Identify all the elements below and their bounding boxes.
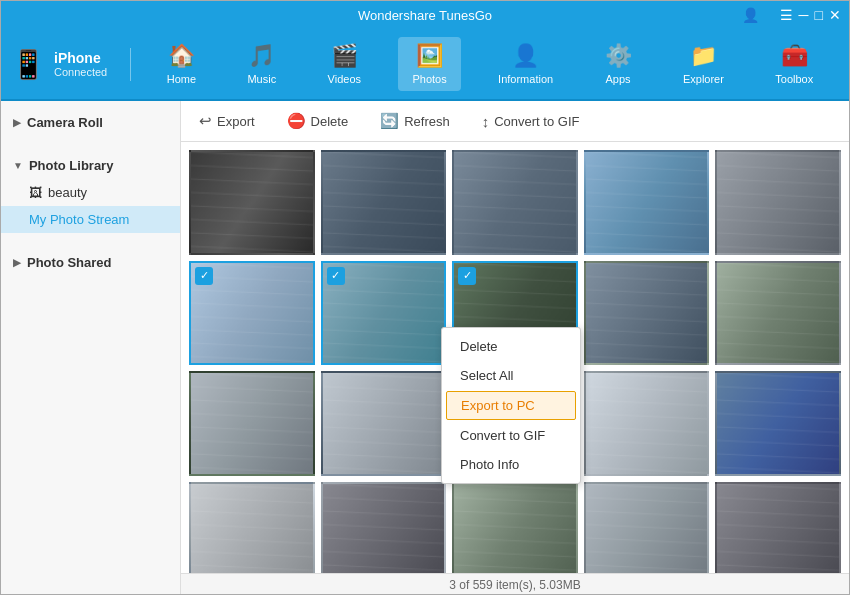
photo-thumb-5[interactable] bbox=[715, 150, 841, 255]
photo-canvas-14 bbox=[586, 373, 708, 474]
photo-thumb-20[interactable] bbox=[715, 482, 841, 573]
nav-item-home[interactable]: 🏠 Home bbox=[153, 37, 210, 91]
photo-thumb-11[interactable] bbox=[189, 371, 315, 476]
photo-canvas-20 bbox=[717, 484, 839, 573]
device-name: iPhone bbox=[54, 50, 107, 66]
photo-thumb-12[interactable] bbox=[321, 371, 447, 476]
photo-canvas-16 bbox=[191, 484, 313, 573]
delete-icon: ⛔ bbox=[287, 112, 306, 130]
photo-shared-label: Photo Shared bbox=[27, 255, 112, 270]
photo-thumb-16[interactable] bbox=[189, 482, 315, 573]
photo-shared-arrow: ▶ bbox=[13, 257, 21, 268]
nav-label-information: Information bbox=[498, 73, 553, 85]
export-label: Export bbox=[217, 114, 255, 129]
photo-canvas-18 bbox=[454, 484, 576, 573]
nav-item-toolbox[interactable]: 🧰 Toolbox bbox=[761, 37, 827, 91]
photo-canvas-17 bbox=[323, 484, 445, 573]
sidebar-item-camera-roll[interactable]: ▶ Camera Roll bbox=[1, 109, 180, 136]
refresh-label: Refresh bbox=[404, 114, 450, 129]
photo-thumb-3[interactable] bbox=[452, 150, 578, 255]
ctx-photo-info[interactable]: Photo Info bbox=[442, 450, 580, 479]
sidebar-item-my-photo-stream[interactable]: My Photo Stream bbox=[1, 206, 180, 233]
photo-thumb-19[interactable] bbox=[584, 482, 710, 573]
photo-thumb-2[interactable] bbox=[321, 150, 447, 255]
photos-icon: 🖼️ bbox=[416, 43, 443, 69]
photo-canvas-11 bbox=[191, 373, 313, 474]
nav-label-home: Home bbox=[167, 73, 196, 85]
ctx-convert-to-gif[interactable]: Convert to GIF bbox=[442, 421, 580, 450]
nav-label-explorer: Explorer bbox=[683, 73, 724, 85]
convert-gif-label: Convert to GIF bbox=[494, 114, 579, 129]
sidebar-item-photo-shared[interactable]: ▶ Photo Shared bbox=[1, 249, 180, 276]
nav-item-videos[interactable]: 🎬 Videos bbox=[314, 37, 375, 91]
photo-thumb-18[interactable] bbox=[452, 482, 578, 573]
check-mark-6: ✓ bbox=[195, 267, 213, 285]
videos-icon: 🎬 bbox=[331, 43, 358, 69]
maximize-button[interactable]: □ bbox=[815, 7, 823, 23]
music-icon: 🎵 bbox=[248, 43, 275, 69]
photo-library-label: Photo Library bbox=[29, 158, 114, 173]
beauty-label: beauty bbox=[48, 185, 87, 200]
nav-label-photos: Photos bbox=[412, 73, 446, 85]
convert-gif-button[interactable]: ↕ Convert to GIF bbox=[476, 110, 586, 133]
minimize-button[interactable]: ─ bbox=[799, 7, 809, 23]
photo-thumb-14[interactable] bbox=[584, 371, 710, 476]
photo-canvas-3 bbox=[454, 152, 576, 253]
camera-roll-arrow: ▶ bbox=[13, 117, 21, 128]
delete-button[interactable]: ⛔ Delete bbox=[281, 109, 355, 133]
apps-icon: ⚙️ bbox=[605, 43, 632, 69]
my-photo-stream-label: My Photo Stream bbox=[29, 212, 129, 227]
menu-icon[interactable]: ☰ bbox=[780, 7, 793, 23]
user-icon[interactable]: 👤 bbox=[742, 7, 759, 23]
ctx-select-all[interactable]: Select All bbox=[442, 361, 580, 390]
context-menu: Delete Select All Export to PC Convert t… bbox=[441, 327, 581, 484]
content-area: ▶ Camera Roll ▼ Photo Library 🖼 beauty M… bbox=[1, 101, 849, 595]
delete-label: Delete bbox=[311, 114, 349, 129]
app-title: Wondershare TunesGo bbox=[358, 8, 492, 23]
sidebar-section-photo-library: ▼ Photo Library 🖼 beauty My Photo Stream bbox=[1, 144, 180, 241]
nav-label-videos: Videos bbox=[328, 73, 361, 85]
nav-label-apps: Apps bbox=[605, 73, 630, 85]
photos-area: ✓✓✓ Delete Select All Export to PC Conve… bbox=[181, 142, 849, 573]
photo-thumb-10[interactable] bbox=[715, 261, 841, 366]
photo-canvas-2 bbox=[323, 152, 445, 253]
photo-thumb-6[interactable]: ✓ bbox=[189, 261, 315, 366]
nav-label-toolbox: Toolbox bbox=[775, 73, 813, 85]
beauty-icon: 🖼 bbox=[29, 185, 42, 200]
main-panel: ↩ Export ⛔ Delete 🔄 Refresh ↕ Convert to… bbox=[181, 101, 849, 595]
photo-canvas-15 bbox=[717, 373, 839, 474]
photo-canvas-10 bbox=[717, 263, 839, 364]
photo-thumb-7[interactable]: ✓ bbox=[321, 261, 447, 366]
nav-item-information[interactable]: 👤 Information bbox=[484, 37, 567, 91]
photo-canvas-12 bbox=[323, 373, 445, 474]
nav-item-explorer[interactable]: 📁 Explorer bbox=[669, 37, 738, 91]
nav-item-music[interactable]: 🎵 Music bbox=[233, 37, 290, 91]
title-bar: Wondershare TunesGo 👤 ☰ ─ □ ✕ bbox=[1, 1, 849, 29]
information-icon: 👤 bbox=[512, 43, 539, 69]
window-controls: ☰ ─ □ ✕ bbox=[780, 7, 841, 23]
export-button[interactable]: ↩ Export bbox=[193, 109, 261, 133]
sidebar-item-beauty[interactable]: 🖼 beauty bbox=[1, 179, 180, 206]
ctx-export-to-pc[interactable]: Export to PC bbox=[446, 391, 576, 420]
photo-canvas-1 bbox=[191, 152, 313, 253]
ctx-delete[interactable]: Delete bbox=[442, 332, 580, 361]
device-status: Connected bbox=[54, 66, 107, 78]
sidebar: ▶ Camera Roll ▼ Photo Library 🖼 beauty M… bbox=[1, 101, 181, 595]
photo-thumb-17[interactable] bbox=[321, 482, 447, 573]
photo-thumb-15[interactable] bbox=[715, 371, 841, 476]
nav-bar: 📱 iPhone Connected 🏠 Home 🎵 Music 🎬 Vide… bbox=[1, 29, 849, 101]
nav-item-apps[interactable]: ⚙️ Apps bbox=[591, 37, 646, 91]
nav-label-music: Music bbox=[247, 73, 276, 85]
status-bar: 3 of 559 item(s), 5.03MB bbox=[181, 573, 849, 595]
photo-canvas-19 bbox=[586, 484, 708, 573]
refresh-button[interactable]: 🔄 Refresh bbox=[374, 109, 456, 133]
sidebar-item-photo-library[interactable]: ▼ Photo Library bbox=[1, 152, 180, 179]
device-icon: 📱 bbox=[11, 48, 46, 81]
close-button[interactable]: ✕ bbox=[829, 7, 841, 23]
refresh-icon: 🔄 bbox=[380, 112, 399, 130]
photo-thumb-1[interactable] bbox=[189, 150, 315, 255]
photo-thumb-9[interactable] bbox=[584, 261, 710, 366]
status-text: 3 of 559 item(s), 5.03MB bbox=[449, 578, 580, 592]
nav-item-photos[interactable]: 🖼️ Photos bbox=[398, 37, 460, 91]
photo-thumb-4[interactable] bbox=[584, 150, 710, 255]
